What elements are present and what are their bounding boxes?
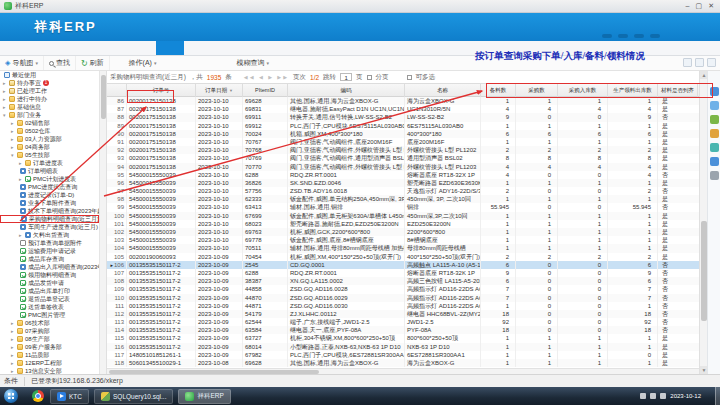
tree-item[interactable]: 运输费用申请记录 [0, 247, 99, 255]
tree-item[interactable]: 退货品单登记表 [0, 295, 99, 303]
tree-expand-icon[interactable]: ▸ [3, 103, 8, 111]
multiselect-checkbox[interactable] [407, 75, 412, 80]
table-row[interactable]: 87 00200175150138 2023-10-10 69831 继电器,施… [107, 105, 699, 113]
table-row[interactable]: 97 54500015550039 2023-10-10 57756 ZSD.T… [107, 187, 699, 195]
table-row[interactable]: 101 54500015550039 2023-10-10 68023 塑壳断路… [107, 220, 699, 228]
tree-expand-icon[interactable]: ▸ [11, 359, 16, 367]
tree-item[interactable]: 采购物料明细查询(近三月) [0, 215, 99, 223]
tree-item[interactable]: PMC进度状态查询 [0, 183, 99, 191]
table-row[interactable]: 93 00200175150138 2023-10-10 70769 阀门,亚德… [107, 154, 699, 162]
minimize-button[interactable]: – [686, 2, 690, 10]
tree-expand-icon[interactable]: ▸ [3, 87, 8, 95]
header-menu-item[interactable] [602, 34, 612, 38]
header-menu-item[interactable] [618, 34, 628, 38]
sidebar-scrollbar-thumb[interactable] [101, 75, 106, 119]
tree-expand-icon[interactable]: ▸ [19, 231, 24, 239]
table-row[interactable]: 102 54500015550039 2023-10-10 69763 机柜,威… [107, 228, 699, 236]
header-menu-item[interactable] [650, 34, 660, 38]
tree-item[interactable]: 成品发货申请 [0, 279, 99, 287]
tree-item[interactable]: ▾ 部门业务 [0, 111, 99, 119]
table-row[interactable]: 103 54500015550039 2023-10-10 69778 钣金配件… [107, 236, 699, 244]
tree-item[interactable]: 成品库存查询 [0, 255, 99, 263]
col-order-date[interactable]: 订单日期▼ [196, 84, 243, 97]
table-row[interactable]: 91 00200175150138 2023-10-10 70767 阀门,亚德… [107, 138, 699, 146]
table-row[interactable]: 109 00135535150117-2 2023-10-09 44858 ZS… [107, 285, 699, 293]
table-row[interactable]: 104 54500015550039 2023-10-10 70511 辅材,国… [107, 244, 699, 252]
tree-item[interactable]: ▸ 11品质部 [0, 351, 99, 359]
shortcut-icon[interactable] [710, 143, 719, 152]
table-vertical-scrollbar[interactable]: ▲ ▼ [699, 71, 707, 374]
table-row[interactable]: 92 00200175150138 2023-10-10 70768 阀门,亚德… [107, 146, 699, 154]
paging-checkbox[interactable] [367, 75, 372, 80]
table-row[interactable]: 117 14805101851261-1 2023-10-09 67982 PL… [107, 351, 699, 359]
actions-dropdown[interactable]: 操作(A) ▾ [124, 58, 162, 68]
tree-item[interactable]: 进度记录(订单-D) [0, 191, 99, 199]
table-row[interactable]: 107 00135535150117-2 2023-10-09 6288 RDQ… [107, 269, 699, 277]
nav-tab[interactable] [56, 41, 84, 55]
taskbar-app-button[interactable]: KTC [50, 389, 89, 404]
tree-item[interactable]: ▸ 02销售部 [0, 119, 99, 127]
shortcut-icon[interactable] [710, 129, 719, 138]
tree-expand-icon[interactable]: ▸ [11, 319, 16, 327]
col-name[interactable]: 名称 [405, 84, 481, 97]
tree-item[interactable]: 业务下单附件查询 [0, 199, 99, 207]
fuzzy-query-dropdown[interactable]: 模糊查询 ▾ [231, 58, 274, 68]
maximize-button[interactable]: ▢ [696, 2, 703, 10]
tree-expand-icon[interactable]: ▸ [11, 127, 16, 135]
shortcut-icon[interactable] [710, 101, 719, 110]
table-row[interactable]: 118 50601345510029-1 2023-10-08 69628 其他… [107, 359, 699, 367]
shortcut-icon[interactable] [710, 157, 719, 166]
sidebar-scrollbar[interactable] [100, 71, 107, 374]
chrome-icon[interactable] [32, 390, 44, 402]
tree-expand-icon[interactable]: ▸ [11, 143, 16, 151]
table-row[interactable]: 89 00200175150138 2023-10-10 69912 PLC,西… [107, 122, 699, 130]
table-row[interactable]: 86 00200175150138 2023-10-10 69628 其他,国标… [107, 97, 699, 105]
nav-map-button[interactable]: ◈ 导航图 ▾ [0, 56, 44, 70]
table-row[interactable]: 116 00135535150117-2 2023-10-09 68014 小型… [107, 343, 699, 351]
tree-item[interactable]: ▸ 基础信息 [0, 103, 99, 111]
tree-expand-icon[interactable]: ▾ [11, 151, 16, 159]
table-row[interactable]: 95 54500015550039 2023-10-10 6288 RDQ.ZR… [107, 171, 699, 179]
col-code[interactable]: 编码 [288, 84, 405, 97]
tree-expand-icon[interactable]: ▾ [3, 111, 8, 119]
pager-arrows[interactable]: ◀◀ ◀ ▶ ▶▶ [244, 74, 289, 80]
tree-item[interactable]: 成品出库单打印 [0, 287, 99, 295]
table-row[interactable]: 114 00135535150117-2 2023-10-09 63584 继电… [107, 326, 699, 334]
tree-item[interactable]: 成品出入库明细查询(2023年起) [0, 263, 99, 271]
tree-expand-icon[interactable]: ▸ [11, 343, 16, 351]
nav-tab[interactable] [156, 41, 184, 55]
table-row[interactable]: 88 00200175150138 2023-10-10 69911 转换开关,… [107, 113, 699, 121]
table-row[interactable]: 113 00135535150117-2 2023-10-09 62544 端子… [107, 318, 699, 326]
tree-item[interactable]: 预订单查询单据附件 [0, 239, 99, 247]
shortcut-icon[interactable] [710, 171, 719, 180]
header-menu-item[interactable] [634, 34, 644, 38]
nav-tab[interactable] [6, 41, 34, 55]
tree-expand-icon[interactable]: ▸ [3, 79, 8, 87]
tree-item[interactable]: ▸ 12ERP工程部 [0, 359, 99, 367]
tree-item[interactable]: ▸ 04商务部 [0, 143, 99, 151]
tree-item[interactable]: ▸ 03人力资源部 [0, 135, 99, 143]
tray-icon[interactable] [640, 393, 646, 399]
shortcut-icon[interactable] [710, 115, 719, 124]
tree-expand-icon[interactable]: ▸ [11, 367, 16, 374]
tree-item[interactable]: ▸ 欠料出货查询 [0, 231, 99, 239]
table-row[interactable]: 100 54500015550039 2023-10-10 67699 钣金配件… [107, 212, 699, 220]
table-row[interactable]: 98 54500015550039 2023-10-10 62333 钣金配件,… [107, 195, 699, 203]
nav-tab[interactable] [206, 41, 234, 55]
page-input[interactable]: 1 [340, 73, 352, 81]
tree-item[interactable]: ▾ 05生技部 [0, 151, 99, 159]
table-row[interactable]: 96 54500015550039 2023-10-10 36826 SK.SN… [107, 179, 699, 187]
tree-item[interactable]: ▸ 待办事宜 1 [0, 79, 99, 87]
tree-expand-icon[interactable]: ▸ [11, 135, 16, 143]
tree-item[interactable]: ▸ PMC计划进度表 [0, 175, 99, 183]
tree-item[interactable]: 送货单签收表 [0, 303, 99, 311]
search-button[interactable]: 查找 [44, 56, 76, 70]
taskbar-app-button[interactable]: 祥科ERP [178, 389, 230, 404]
table-row[interactable]: 90 00200175150138 2023-10-10 70024 机箱,威图… [107, 130, 699, 138]
table-row[interactable]: 105 00200190060093 2023-10-09 70454 机柜,威… [107, 253, 699, 261]
table-row[interactable]: 106 00135535150117-2 2023-10-09 2545 CD.… [107, 261, 699, 269]
tree-item[interactable]: ▸ 07采购部 [0, 327, 99, 335]
tree-item[interactable]: 最近使用 [0, 71, 99, 79]
tree-item[interactable]: 领用物料明细查询 [0, 271, 99, 279]
tree-expand-icon[interactable]: ▸ [11, 119, 16, 127]
